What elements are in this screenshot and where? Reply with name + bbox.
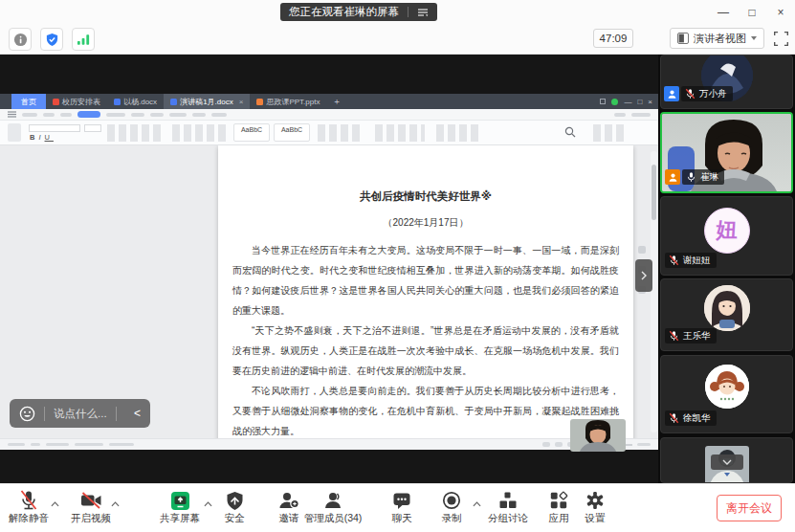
sidebar-tools[interactable] — [593, 124, 624, 142]
menu-item[interactable] — [131, 113, 144, 117]
security-button-toolbar[interactable]: 安全 — [208, 490, 261, 525]
share-screen-button[interactable]: 共享屏幕 — [153, 490, 207, 525]
menu-item[interactable] — [43, 113, 55, 117]
menu-icon[interactable] — [417, 8, 429, 17]
watching-banner[interactable]: 您正在观看崔琳的屏幕 — [280, 3, 437, 21]
minimize-button[interactable]: — — [709, 0, 738, 24]
paste-button[interactable] — [8, 123, 21, 142]
wps-home-tab[interactable]: 首页 — [11, 94, 46, 109]
view-mode-button[interactable]: 演讲者视图 — [670, 28, 764, 49]
wps-doc-tab[interactable]: 校历安排表 — [46, 94, 107, 109]
menu-item[interactable] — [614, 113, 626, 117]
leave-meeting-button[interactable]: 离开会议 — [717, 495, 782, 521]
font-size-select[interactable] — [84, 124, 101, 132]
info-icon — [13, 33, 28, 47]
view-mode-label: 演讲者视图 — [694, 32, 746, 46]
menu-item[interactable] — [60, 113, 72, 117]
side-tool-icon[interactable] — [638, 246, 646, 254]
participant-tile[interactable]: 徐凯华 — [660, 355, 793, 433]
participant-tile[interactable]: 王乐华 — [660, 278, 793, 351]
wps-ppt-tab[interactable]: 思政课PPT.pptx — [250, 94, 326, 109]
fullscreen-button[interactable] — [771, 29, 790, 48]
font-tools[interactable] — [107, 124, 165, 142]
wps-doc-tab[interactable]: 以杨.docx — [107, 94, 164, 109]
participant-name: 徐凯华 — [683, 412, 711, 425]
meeting-timer: 47:09 — [593, 29, 633, 48]
menu-item[interactable] — [631, 113, 651, 117]
menu-item[interactable] — [192, 113, 206, 117]
scrollbar-thumb[interactable] — [651, 165, 656, 220]
breakout-rooms-button[interactable]: 分组讨论 — [481, 490, 535, 525]
wps-close-icon[interactable]: × — [648, 98, 652, 106]
document-date: （2022年1月17日） — [232, 216, 619, 230]
bold-button[interactable]: B — [30, 133, 38, 142]
muted-mic-icon — [19, 490, 38, 511]
wps-member-icon[interactable] — [611, 99, 618, 105]
menu-item[interactable] — [169, 113, 187, 117]
muted-mic-icon — [669, 412, 679, 424]
chat-input-placeholder[interactable]: 说点什么... — [54, 407, 107, 421]
chat-button[interactable]: 聊天 — [375, 490, 429, 525]
close-button[interactable]: × — [766, 0, 795, 24]
wps-minimize-icon[interactable]: — — [624, 98, 631, 106]
participant-name: 崔琳 — [700, 171, 718, 184]
wps-maximize-icon[interactable]: □ — [637, 98, 642, 106]
collapse-sidebar-handle[interactable] — [635, 259, 652, 292]
chat-collapse-button[interactable]: < — [125, 399, 150, 428]
font-name-select[interactable] — [29, 124, 80, 132]
status-item — [109, 443, 134, 446]
word-doc-icon — [170, 99, 177, 105]
document-canvas[interactable]: 共创后疫情时代美好世界※ （2022年1月17日） 当今世界正在经历百年未有之大… — [0, 145, 658, 438]
settings-button[interactable]: 设置 — [568, 490, 622, 525]
document-scrollbar[interactable] — [651, 151, 657, 432]
wps-status-bar — [0, 438, 658, 450]
view-icon[interactable] — [542, 442, 550, 447]
new-tab-button[interactable]: ＋ — [326, 94, 346, 109]
layout-tools[interactable] — [436, 124, 478, 142]
stage: 首页 校历安排表 以杨.docx 演讲稿1月.docx × — [0, 55, 795, 483]
meeting-info-button[interactable] — [9, 28, 32, 51]
view-icon[interactable] — [555, 442, 563, 447]
menu-item[interactable] — [22, 113, 37, 117]
network-signal-icon — [77, 33, 91, 46]
scroll-down-button[interactable] — [711, 454, 743, 470]
emoji-icon[interactable] — [19, 406, 35, 422]
avatar-image — [705, 365, 749, 409]
wps-vip-button[interactable] — [77, 111, 100, 118]
security-button[interactable] — [40, 28, 63, 51]
document-page[interactable]: 共创后疫情时代美好世界※ （2022年1月17日） 当今世界正在经历百年未有之大… — [218, 145, 633, 438]
style-preset[interactable]: AaBbC — [233, 123, 270, 142]
menu-item[interactable] — [211, 113, 227, 117]
participant-name-badge: 王乐华 — [665, 328, 717, 344]
person-icon — [667, 89, 677, 100]
menu-item[interactable] — [150, 113, 164, 117]
manage-members-button[interactable]: 管理成员(34) — [297, 490, 369, 525]
quick-chat-bar[interactable]: 说点什么... < — [10, 399, 150, 428]
status-item — [75, 443, 103, 446]
wps-window-controls: — □ × — [600, 94, 658, 109]
participant-tile-speaking[interactable]: 崔琳 — [660, 112, 793, 193]
participant-tile[interactable]: 万小舟 — [660, 55, 793, 109]
video-options-chevron[interactable] — [109, 499, 121, 509]
style-tools[interactable] — [318, 124, 360, 142]
wps-tool-icon[interactable] — [600, 99, 606, 104]
network-quality-button[interactable] — [72, 28, 95, 51]
audio-options-chevron[interactable] — [49, 499, 60, 509]
search-icon[interactable] — [564, 126, 576, 138]
wps-active-doc-tab[interactable]: 演讲稿1月.docx × — [164, 94, 250, 109]
style-preset[interactable]: AaBbC — [274, 123, 310, 142]
maximize-button[interactable]: □ — [738, 0, 766, 24]
button-label: 录制 — [425, 512, 478, 525]
participant-tile-partial[interactable] — [660, 437, 793, 483]
paragraph-tools[interactable] — [172, 124, 226, 142]
insert-tools[interactable] — [375, 124, 425, 142]
font-style-buttons[interactable]: BIU — [30, 133, 54, 142]
underline-button[interactable]: U — [45, 133, 54, 142]
hamburger-icon[interactable] — [8, 111, 16, 118]
tab-close-icon[interactable]: × — [239, 98, 244, 106]
presenter-pip-video[interactable] — [570, 419, 626, 452]
unmute-button[interactable]: 解除静音 — [2, 490, 55, 525]
person-icon — [668, 172, 678, 183]
menu-item[interactable] — [106, 113, 125, 117]
participant-tile[interactable]: 妞 谢妞妞 — [660, 196, 793, 276]
